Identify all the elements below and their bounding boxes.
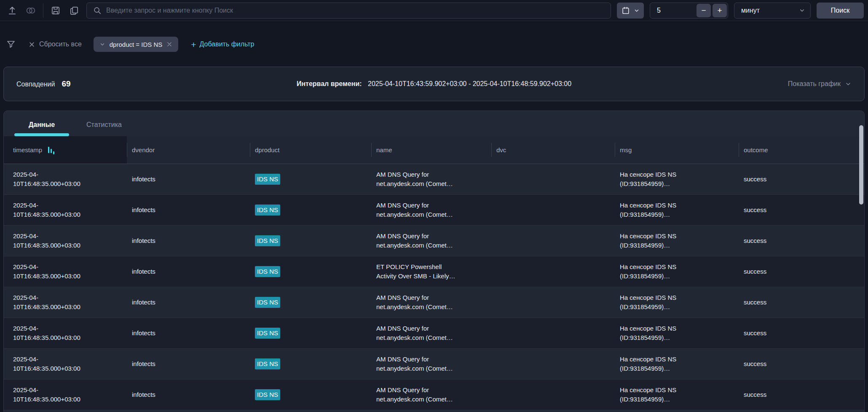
- cell-dvc: [491, 349, 615, 379]
- cell-dvendor: infotects: [127, 318, 250, 348]
- copy-query-button[interactable]: [68, 4, 80, 17]
- cell-timestamp: 2025-04-10T16:48:35.000+03:00: [4, 164, 127, 194]
- results-summary-panel: Совпадений 69 Интервал времени: 2025-04-…: [3, 67, 865, 101]
- chevron-down-icon: [99, 41, 105, 47]
- cell-name: AM DNS Query fornet.anydesk.com (Comet…: [371, 318, 491, 348]
- highlighted-value: IDS NS: [255, 174, 280, 185]
- cell-outcome: success: [739, 349, 864, 379]
- app-window: 5 − + минут Поиск Сброс: [0, 0, 868, 412]
- add-filter-button[interactable]: + Добавить фильтр: [191, 40, 254, 49]
- export-button[interactable]: [6, 4, 19, 17]
- cell-outcome: success: [739, 195, 864, 225]
- search-button[interactable]: Поиск: [817, 3, 864, 19]
- table-row[interactable]: 2025-04-10T16:48:35.000+03:00 infotects …: [4, 380, 864, 410]
- cell-dproduct: IDS NS: [250, 195, 371, 225]
- results-tabs: Данные Статистика: [4, 111, 864, 136]
- highlighted-value: IDS NS: [255, 297, 280, 308]
- top-toolbar: 5 − + минут Поиск: [0, 0, 868, 21]
- cell-dvc: [491, 380, 615, 410]
- chevron-down-icon: [845, 81, 852, 87]
- chevron-down-icon: [634, 8, 640, 13]
- table-row[interactable]: 2025-04-10T16:48:35.000+03:00 infotects …: [4, 195, 864, 226]
- table-row[interactable]: 2025-04-10T16:48:35.000+03:00 infotects …: [4, 349, 864, 380]
- cell-dproduct: IDS NS: [250, 287, 371, 318]
- table-row[interactable]: 2025-04-10T16:48:35.000+03:00 infotects …: [4, 164, 864, 195]
- cell-dvc: [491, 318, 615, 348]
- table-row[interactable]: 2025-04-10T16:48:35.000+03:00 infotects …: [4, 256, 864, 287]
- interval-unit-select[interactable]: минут: [734, 3, 811, 19]
- column-header-dvendor[interactable]: dvendor: [127, 136, 250, 164]
- cell-dproduct: IDS NS: [250, 380, 371, 410]
- link-rules-button[interactable]: [24, 4, 37, 17]
- filter-chip-dproduct[interactable]: dproduct = IDS NS: [94, 37, 178, 52]
- interval-value[interactable]: 5: [657, 7, 695, 14]
- cell-msg: На сенсоре IDS NS(ID:931854959)…: [615, 256, 739, 287]
- cell-dvendor: infotects: [127, 256, 250, 287]
- matches-label: Совпадений: [16, 81, 55, 88]
- show-chart-label: Показать график: [788, 80, 841, 88]
- cell-msg: На сенсоре IDS NS(ID:931854959)…: [615, 318, 739, 348]
- query-search-field: [86, 3, 611, 19]
- copy-icon: [69, 5, 80, 16]
- cell-timestamp: 2025-04-10T16:48:35.000+03:00: [4, 318, 127, 348]
- matches-counter: Совпадений 69: [16, 79, 71, 89]
- column-header-dvc[interactable]: dvc: [491, 136, 615, 164]
- cell-dvc: [491, 256, 615, 287]
- upload-icon: [7, 5, 18, 16]
- cell-dvendor: infotects: [127, 164, 250, 194]
- column-header-timestamp[interactable]: timestamp: [4, 136, 127, 164]
- reset-all-filters-button[interactable]: Сбросить все: [29, 40, 82, 48]
- search-icon: [93, 6, 102, 15]
- cell-outcome: success: [739, 318, 864, 348]
- search-input[interactable]: [106, 7, 605, 14]
- cell-timestamp: 2025-04-10T16:48:35.000+03:00: [4, 349, 127, 379]
- cell-timestamp: 2025-04-10T16:48:35.000+03:00: [4, 195, 127, 225]
- cell-outcome: success: [739, 226, 864, 256]
- column-header-msg[interactable]: msg: [615, 136, 739, 164]
- interval-value-control: 5 − +: [650, 3, 728, 19]
- calendar-icon: [621, 6, 630, 15]
- save-query-button[interactable]: [49, 4, 62, 17]
- show-chart-toggle[interactable]: Показать график: [788, 80, 852, 88]
- column-header-dproduct[interactable]: dproduct: [250, 136, 371, 164]
- cell-outcome: success: [739, 164, 864, 194]
- filter-chip-label: dproduct = IDS NS: [110, 41, 162, 48]
- cell-outcome: success: [739, 287, 864, 318]
- filter-funnel-icon[interactable]: [6, 39, 16, 49]
- plus-icon: +: [191, 40, 196, 49]
- filter-bar: Сбросить все dproduct = IDS NS + Добавит…: [0, 35, 868, 54]
- cell-timestamp: 2025-04-10T16:48:35.000+03:00: [4, 256, 127, 287]
- cell-dproduct: IDS NS: [250, 256, 371, 287]
- cell-name: ET POLICY PowershellActivity Over SMB - …: [371, 256, 491, 287]
- highlighted-value: IDS NS: [255, 266, 280, 277]
- date-range-button[interactable]: [617, 3, 644, 19]
- cell-msg: На сенсоре IDS NS(ID:931854959)…: [615, 195, 739, 225]
- remove-filter-icon[interactable]: [166, 41, 172, 47]
- cell-dvendor: infotects: [127, 195, 250, 225]
- column-header-outcome[interactable]: outcome: [739, 136, 864, 164]
- table-row[interactable]: 2025-04-10T16:48:35.000+03:00 infotects …: [4, 226, 864, 256]
- time-interval-label: Интервал времени:: [297, 80, 362, 87]
- cell-name: AM DNS Query fornet.anydesk.com (Comet…: [371, 349, 491, 379]
- tab-statistics[interactable]: Статистика: [77, 121, 131, 136]
- highlighted-value: IDS NS: [255, 358, 280, 369]
- highlighted-value: IDS NS: [255, 205, 280, 215]
- cell-name: AM DNS Query fornet.anydesk.com (Comet…: [371, 226, 491, 256]
- highlighted-value: IDS NS: [255, 389, 280, 400]
- cell-dvendor: infotects: [127, 287, 250, 318]
- cell-name: AM DNS Query fornet.anydesk.com (Comet…: [371, 287, 491, 318]
- chevron-down-icon: [799, 7, 805, 13]
- vertical-scrollbar-thumb[interactable]: [859, 125, 863, 205]
- cell-name: AM DNS Query fornet.anydesk.com (Comet…: [371, 380, 491, 410]
- decrement-button[interactable]: −: [697, 4, 711, 17]
- tab-data[interactable]: Данные: [14, 121, 69, 136]
- toolbar-divider: [43, 3, 43, 18]
- highlighted-value: IDS NS: [255, 328, 280, 339]
- cell-dproduct: IDS NS: [250, 318, 371, 348]
- column-header-name[interactable]: name: [371, 136, 491, 164]
- cell-timestamp: 2025-04-10T16:48:35.000+03:00: [4, 287, 127, 318]
- increment-button[interactable]: +: [713, 4, 727, 17]
- table-row[interactable]: 2025-04-10T16:48:35.000+03:00 infotects …: [4, 318, 864, 349]
- reset-all-label: Сбросить все: [39, 40, 82, 48]
- table-row[interactable]: 2025-04-10T16:48:35.000+03:00 infotects …: [4, 287, 864, 318]
